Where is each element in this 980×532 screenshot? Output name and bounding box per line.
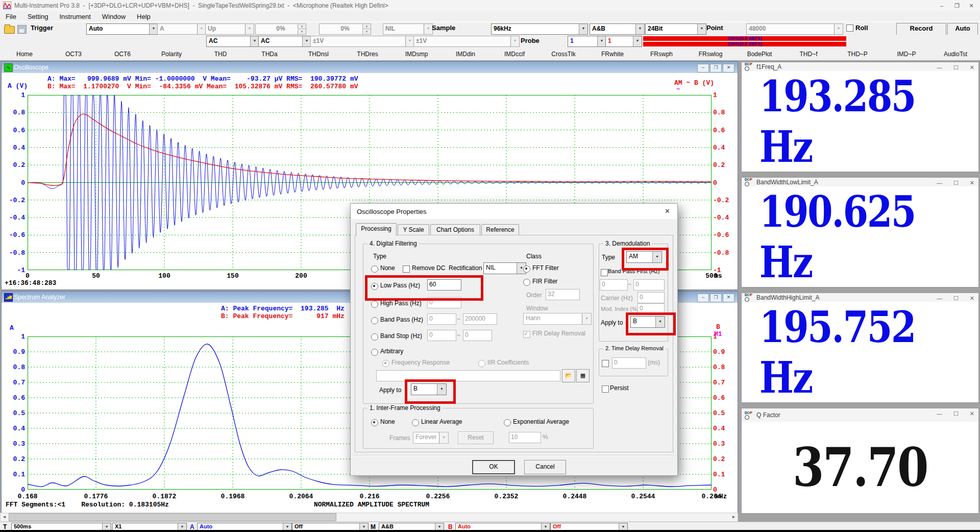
tab-bodeplot[interactable]: BodePlot — [735, 49, 784, 60]
menu-file[interactable]: File — [0, 13, 22, 20]
close-button[interactable]: ✕ — [970, 64, 974, 71]
scroll-right-icon[interactable]: ► — [730, 514, 738, 520]
maximize-button[interactable]: ☐ — [953, 295, 959, 302]
cancel-button[interactable]: Cancel — [524, 460, 566, 474]
tab-imdccif[interactable]: IMDccif — [490, 49, 539, 60]
tab-chart-options[interactable]: Chart Options — [430, 224, 480, 235]
trigger-level-spinner[interactable]: 0%▲▼ — [255, 23, 306, 35]
tab-processing[interactable]: Processing — [356, 223, 397, 236]
trigger-source-select[interactable]: A▼ — [157, 23, 206, 35]
meter-titlebar[interactable]: DDPBandWidthLowLimit_A—☐✕ — [742, 178, 978, 186]
remove-dc-checkbox[interactable] — [403, 265, 410, 273]
dialog-titlebar[interactable]: Oscilloscope Properties ✕ — [351, 204, 677, 219]
tab-frswph[interactable]: FRswph — [637, 49, 686, 60]
record-length-select[interactable]: 48000▼ — [746, 23, 843, 35]
minimize-button[interactable]: — — [937, 64, 942, 71]
linear-average-radio[interactable] — [412, 419, 419, 426]
band-pass-radio[interactable] — [371, 317, 378, 324]
sampling-rate-select[interactable]: 96kHz▼ — [491, 23, 588, 35]
edit-table-button[interactable]: ▦ — [576, 369, 590, 382]
menu-help[interactable]: Help — [131, 13, 156, 20]
minimize-button[interactable]: – — [935, 1, 948, 10]
fir-filter-radio[interactable] — [523, 279, 530, 286]
tab-thd~p[interactable]: THD~P — [833, 49, 882, 60]
trigger-delay-spinner[interactable]: 0%▲▼ — [319, 23, 371, 35]
minimize-button[interactable]: – — [697, 64, 709, 72]
probe-b-select[interactable]: 1▼ — [605, 36, 642, 47]
close-button[interactable]: ✕ — [723, 64, 734, 72]
range-b-select[interactable]: ±1V▼ — [413, 36, 520, 47]
coupling-a-select[interactable]: AC▼ — [206, 36, 259, 47]
exponential-average-radio[interactable] — [504, 419, 511, 426]
oscilloscope-titlebar[interactable]: ∿ Oscilloscope – ❐ ✕ — [2, 62, 738, 73]
close-button[interactable]: ✕ — [970, 295, 974, 302]
sampling-channels-select[interactable]: A&B▼ — [590, 23, 645, 35]
restore-button[interactable]: ❐ — [710, 294, 722, 302]
bit-depth-select[interactable]: 24Bit▼ — [645, 23, 706, 35]
demod-type-select[interactable]: AM▼ — [626, 251, 662, 263]
band-stop-radio[interactable] — [371, 333, 378, 341]
menu-setting[interactable]: Setting — [22, 13, 54, 20]
fft-filter-radio[interactable] — [523, 265, 530, 273]
if-none-radio[interactable] — [371, 419, 378, 426]
tab-imdsmp[interactable]: IMDsmp — [392, 49, 441, 60]
scroll-left-icon[interactable]: ◄ — [1, 514, 8, 520]
minimize-button[interactable]: — — [937, 410, 942, 417]
restore-button[interactable]: ❐ — [710, 64, 722, 72]
maximize-button[interactable]: ❐ — [950, 1, 964, 10]
trigger-hpf-select[interactable]: NIL▼ — [383, 23, 433, 35]
record-button[interactable]: Record — [896, 23, 946, 35]
auto-button[interactable]: Auto — [947, 23, 978, 35]
demod-apply-to-select[interactable]: B▼ — [630, 316, 665, 328]
range-a-select[interactable]: ±1V▼ — [310, 36, 414, 47]
tab-polarity[interactable]: Polarity — [147, 49, 196, 60]
tab-oct3[interactable]: OCT3 — [49, 49, 98, 60]
tab-imddin[interactable]: IMDdin — [441, 49, 490, 60]
high-pass-radio[interactable] — [371, 301, 378, 308]
close-button[interactable]: ✕ — [965, 1, 978, 10]
roll-checkbox[interactable] — [846, 25, 853, 32]
dialog-close-icon[interactable]: ✕ — [665, 207, 670, 215]
close-button[interactable]: ✕ — [970, 180, 974, 186]
close-button[interactable]: ✕ — [723, 294, 734, 302]
maximize-button[interactable]: ☐ — [953, 410, 959, 417]
scrollbar-thumb[interactable] — [9, 513, 336, 521]
close-button[interactable]: ✕ — [970, 410, 974, 417]
menu-window[interactable]: Window — [96, 13, 131, 20]
tab-thdres[interactable]: THDres — [343, 49, 392, 60]
meter-titlebar[interactable]: DDPf1Freq_A—☐✕ — [742, 62, 978, 71]
tab-thda[interactable]: THDa — [245, 49, 294, 60]
df-apply-to-select[interactable]: B▼ — [411, 383, 447, 395]
tab-reference[interactable]: Reference — [481, 224, 519, 235]
time-delay-checkbox[interactable] — [602, 360, 609, 367]
browse-file-button[interactable]: 📂 — [562, 369, 575, 382]
menu-instrument[interactable]: Instrument — [54, 13, 96, 20]
meter-titlebar[interactable]: DDPBandWidthHighLimit_A—☐✕ — [742, 293, 978, 302]
tab-home[interactable]: Home — [0, 49, 49, 60]
minimize-button[interactable]: – — [697, 294, 709, 302]
minimize-button[interactable]: — — [937, 295, 942, 302]
title-bar[interactable]: Multi-Instrument Pro 3.8 - [+3DP+DLG+LCR… — [0, 0, 980, 12]
tab-crosstlk[interactable]: CrossTlk — [539, 49, 588, 60]
low-pass-input[interactable]: 60 — [427, 279, 461, 291]
save-file-icon[interactable] — [17, 25, 27, 34]
tab-thd[interactable]: THD — [196, 49, 245, 60]
tab-imd~p[interactable]: IMD~P — [882, 49, 931, 60]
maximize-button[interactable]: ☐ — [953, 180, 959, 186]
tab-frswlog[interactable]: FRswlog — [686, 49, 735, 60]
tab-thdnsl[interactable]: THDnsl — [294, 49, 343, 60]
tab-oct6[interactable]: OCT6 — [98, 49, 147, 60]
maximize-button[interactable]: ☐ — [953, 64, 959, 71]
trigger-slope-select[interactable]: Up▼ — [205, 23, 254, 35]
trigger-mode-select[interactable]: Auto▼ — [86, 23, 158, 35]
persist-checkbox[interactable] — [602, 385, 609, 393]
df-none-radio[interactable] — [371, 265, 378, 273]
rectification-select[interactable]: NIL▼ — [483, 262, 526, 274]
tab-thd~f[interactable]: THD~f — [784, 49, 833, 60]
minimize-button[interactable]: — — [937, 180, 942, 186]
tab-y-scale[interactable]: Y Scale — [398, 224, 429, 235]
coupling-b-select[interactable]: AC▼ — [258, 36, 311, 47]
open-file-icon[interactable] — [4, 26, 15, 34]
probe-a-select[interactable]: 1▼ — [568, 36, 606, 47]
arbitrary-radio[interactable] — [371, 349, 378, 356]
